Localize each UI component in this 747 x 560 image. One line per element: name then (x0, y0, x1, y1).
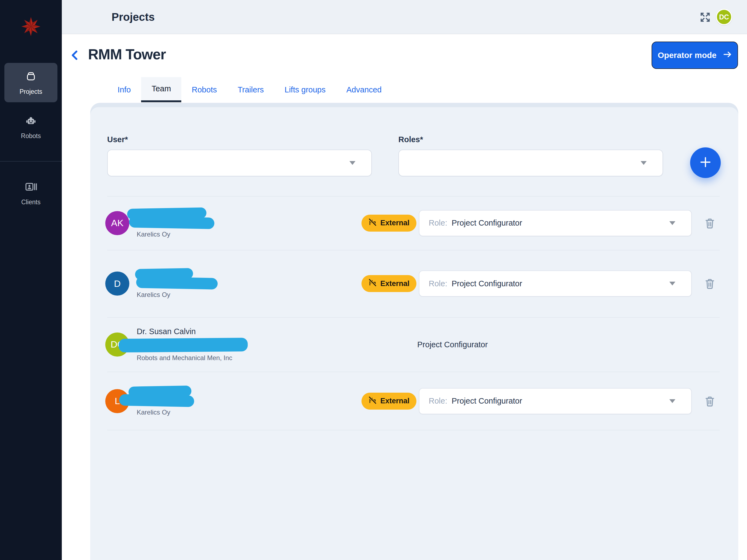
member-role-text: Project Configurator (417, 340, 488, 349)
tab-advanced[interactable]: Advanced (336, 77, 392, 102)
trash-icon (703, 404, 716, 408)
chevron-left-icon (69, 57, 81, 62)
external-badge-label: External (380, 219, 410, 227)
dropdown-caret-icon (669, 221, 675, 225)
redaction-scribble (129, 216, 215, 229)
sidebar-item-clients[interactable]: Clients (4, 172, 57, 214)
member-company: Karelics Oy (137, 230, 306, 238)
team-member-row: AKKarelics OyExternalRole:Project Config… (90, 196, 738, 250)
app-root: { "colors": { "accent_blue": "#1a64e8", … (0, 0, 747, 560)
tab-info[interactable]: Info (107, 77, 141, 102)
tab-trailers[interactable]: Trailers (227, 77, 274, 102)
page-title: Projects (111, 11, 155, 23)
member-role-select[interactable]: Role:Project Configurator (419, 271, 692, 297)
member-avatar: D (105, 272, 129, 296)
sidebar: Projects Robots Cl (0, 0, 62, 560)
role-prefix: Role: (429, 219, 447, 228)
external-badge-label: External (380, 279, 410, 288)
project-tabs: InfoTeamRobotsTrailersLifts groupsAdvanc… (107, 77, 392, 102)
trash-icon (703, 226, 716, 230)
external-badge-label: External (380, 397, 410, 405)
member-role-select[interactable]: Role:Project Configurator (419, 210, 692, 236)
role-prefix: Role: (429, 397, 447, 406)
sidebar-divider (0, 161, 62, 161)
tab-robots[interactable]: Robots (181, 77, 227, 102)
user-select[interactable] (107, 150, 372, 176)
external-building-slash-icon (368, 218, 377, 228)
sidebar-item-label: Clients (21, 199, 41, 206)
add-member-button[interactable] (690, 147, 721, 178)
plus-icon (698, 155, 713, 170)
member-role-select[interactable]: Role:Project Configurator (419, 388, 692, 414)
roles-field-label: Roles* (398, 135, 423, 144)
back-button[interactable] (69, 49, 81, 61)
role-prefix: Role: (429, 279, 447, 288)
role-value: Project Configurator (452, 279, 522, 288)
external-building-slash-icon (368, 278, 377, 289)
team-member-row: DKarelics OyExternalRole:Project Configu… (90, 250, 738, 317)
external-badge: External (361, 215, 416, 232)
redaction-scribble (119, 394, 195, 407)
operator-mode-button[interactable]: Operator mode (651, 42, 738, 69)
team-member-row: DCDr. Susan CalvinRobots and Mechanical … (90, 317, 738, 372)
projects-box-icon (25, 70, 37, 84)
external-building-slash-icon (368, 396, 377, 406)
member-company: Robots and Mechanical Men, Inc (137, 354, 306, 362)
sidebar-item-robots[interactable]: Robots (4, 108, 57, 146)
role-value: Project Configurator (452, 219, 522, 228)
team-member-row: LKarelics OyExternalRole:Project Configu… (90, 372, 738, 430)
delete-member-button[interactable] (703, 395, 716, 407)
tab-lifts-groups[interactable]: Lifts groups (274, 77, 336, 102)
member-name-block: Karelics Oy (137, 208, 306, 238)
delete-member-button[interactable] (703, 277, 716, 290)
role-value: Project Configurator (452, 397, 522, 406)
user-avatar[interactable]: DC (716, 9, 732, 25)
clients-card-icon (25, 180, 37, 195)
trash-icon (703, 286, 716, 291)
delete-member-button[interactable] (703, 217, 716, 229)
user-field-label: User* (107, 135, 128, 144)
team-panel: User* Roles* AKKarelics OyExternalRole:P… (90, 107, 738, 560)
dropdown-caret-icon (350, 161, 356, 165)
member-name-block: Dr. Susan CalvinRobots and Mechanical Me… (137, 327, 306, 362)
dropdown-caret-icon (669, 399, 675, 403)
robot-icon (25, 114, 37, 128)
tab-team[interactable]: Team (141, 77, 181, 102)
operator-mode-label: Operator mode (658, 51, 716, 60)
project-title: RMM Tower (88, 46, 166, 62)
sidebar-item-projects[interactable]: Projects (4, 63, 57, 102)
app-header: Projects DC (62, 0, 747, 34)
member-company: Karelics Oy (137, 291, 306, 299)
dropdown-caret-icon (669, 282, 675, 285)
arrow-right-icon (723, 50, 732, 61)
sidebar-item-label: Robots (21, 132, 41, 140)
redaction-scribble (119, 338, 248, 353)
member-name: Dr. Susan Calvin (137, 327, 306, 336)
external-badge: External (361, 275, 416, 292)
dropdown-caret-icon (641, 161, 647, 165)
karelian-star-logo[interactable] (21, 17, 41, 36)
roles-select[interactable] (398, 150, 663, 176)
member-name-block: Karelics Oy (137, 386, 306, 416)
redaction-scribble (136, 276, 218, 289)
team-member-list: AKKarelics OyExternalRole:Project Config… (90, 196, 738, 430)
member-company: Karelics Oy (137, 408, 306, 416)
external-badge: External (361, 393, 416, 410)
fullscreen-icon[interactable] (699, 11, 712, 24)
member-name-block: Karelics Oy (137, 269, 306, 299)
member-avatar: AK (105, 211, 129, 235)
sidebar-item-label: Projects (19, 88, 42, 96)
